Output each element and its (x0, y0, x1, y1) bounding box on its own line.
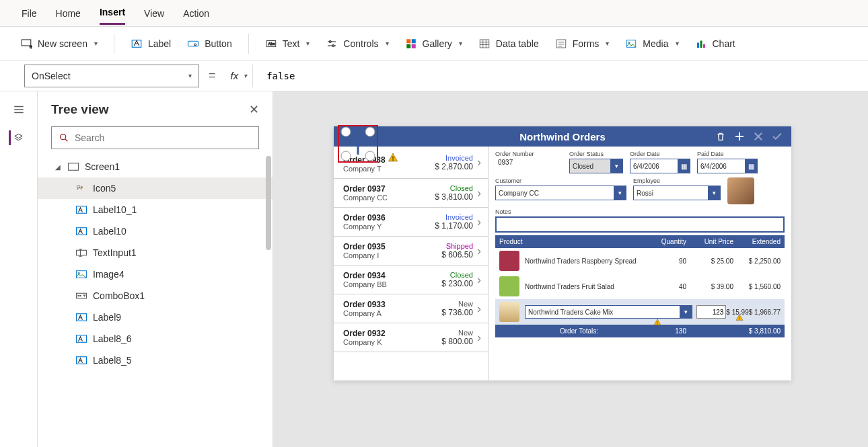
order-number-label: Order Number (495, 151, 563, 157)
svg-point-32 (61, 134, 66, 140)
formula-input[interactable] (262, 65, 848, 87)
label-icon (75, 205, 87, 214)
chart-button[interactable]: Chart (695, 38, 735, 50)
app-preview: Northwind Orders Order 0938 Company TInv… (334, 126, 791, 380)
svg-line-33 (65, 139, 67, 141)
svg-point-61 (392, 159, 394, 161)
chevron-right-icon: › (477, 215, 481, 229)
tree-item-combobox1[interactable]: ComboBox1 (38, 285, 273, 307)
fx-button[interactable]: fx▾ (225, 65, 254, 87)
tree-item-label: Image4 (93, 269, 124, 280)
tree-item-label10[interactable]: Label10 (38, 220, 273, 242)
order-company: Company CC (343, 194, 435, 202)
button-button[interactable]: Button (187, 38, 231, 50)
forms-icon (555, 38, 567, 50)
product-name: Northwind Traders Fruit Salad (525, 283, 646, 290)
menu-action[interactable]: Action (183, 3, 209, 24)
controls-icon (326, 38, 338, 50)
order-company: Company T (343, 165, 435, 173)
hamburger-icon[interactable] (11, 102, 26, 117)
chevron-right-icon: › (477, 244, 481, 258)
text-button[interactable]: Abc Text▾ (265, 38, 310, 50)
order-number-field[interactable]: 0937 (495, 159, 563, 173)
new-screen-button[interactable]: + New screen▾ (20, 38, 98, 50)
property-selector[interactable]: OnSelect ▾ (24, 65, 199, 87)
tree-item-textinput1[interactable]: TextInput1 (38, 242, 273, 263)
order-company: Company A (343, 309, 441, 317)
label-icon (75, 313, 87, 322)
label-icon (131, 38, 143, 50)
employee-select[interactable]: Rossi▾ (633, 186, 721, 200)
menu-home[interactable]: Home (56, 3, 81, 24)
svg-point-4 (194, 44, 196, 46)
customer-select[interactable]: Company CC▾ (495, 186, 626, 200)
order-date-field[interactable]: 6/4/2006▦ (630, 159, 690, 173)
tree-item-icon5[interactable]: Icon5 (38, 177, 273, 199)
media-button[interactable]: Media▾ (625, 38, 678, 50)
tree-item-label8_5[interactable]: Label8_5 (38, 350, 273, 371)
order-name: Order 0935 (343, 242, 441, 251)
media-icon (625, 38, 637, 50)
notes-input[interactable] (495, 216, 785, 233)
order-item[interactable]: Order 0936 Company YInvoiced$ 1,170.00› (334, 208, 488, 237)
datatable-button[interactable]: Data table (478, 38, 539, 50)
order-list[interactable]: Order 0938 Company TInvoiced$ 2,870.00›O… (334, 147, 489, 380)
svg-point-50 (341, 127, 351, 136)
product-row[interactable]: Northwind Traders Raspberry Spread90$ 25… (495, 248, 785, 274)
quantity-input[interactable] (696, 305, 726, 319)
order-company: Company BB (343, 280, 441, 288)
expand-icon[interactable]: ◢ (55, 163, 62, 171)
gallery-icon (405, 38, 417, 50)
product-combo[interactable]: Northwind Traders Cake Mix▾ (525, 305, 692, 319)
order-amount: $ 2,870.00 (435, 162, 473, 171)
forms-button[interactable]: Forms▾ (555, 38, 610, 50)
check-icon[interactable] (771, 130, 783, 143)
order-status-select[interactable]: Closed▾ (569, 159, 623, 173)
calendar-icon: ▦ (678, 159, 690, 173)
order-name: Order 0934 (343, 271, 441, 280)
menu-insert[interactable]: Insert (100, 1, 125, 25)
trash-icon[interactable] (715, 130, 727, 143)
svg-rect-15 (480, 40, 489, 48)
product-image (499, 251, 519, 271)
tree-item-label: TextInput1 (93, 247, 137, 258)
add-icon[interactable] (733, 130, 746, 143)
label-icon (75, 334, 87, 343)
layers-icon[interactable] (9, 130, 24, 145)
chevron-right-icon: › (477, 186, 481, 200)
menu-view[interactable]: View (144, 3, 164, 24)
order-item[interactable]: Order 0938 Company TInvoiced$ 2,870.00› (334, 147, 488, 179)
paid-date-field[interactable]: 6/4/2006▦ (697, 159, 758, 173)
product-name: Northwind Traders Raspberry Spread (525, 257, 646, 265)
warning-icon (735, 313, 744, 321)
order-item[interactable]: Order 0935 Company IShipped$ 606.50› (334, 237, 488, 266)
order-item[interactable]: Order 0937 Company CCClosed$ 3,810.00› (334, 179, 488, 208)
order-name: Order 0932 (343, 329, 441, 338)
product-row[interactable]: Northwind Traders Fruit Salad40$ 39.00$ … (495, 274, 785, 299)
cancel-icon[interactable] (752, 130, 764, 143)
order-item[interactable]: Order 0933 Company ANew$ 736.00› (334, 294, 488, 323)
order-item[interactable]: Order 0932 Company KNew$ 800.00› (334, 323, 488, 352)
scrollbar[interactable] (266, 156, 271, 250)
tree-search-input[interactable] (75, 132, 252, 143)
tree-search[interactable] (51, 126, 259, 149)
order-item[interactable]: Order 0934 Company BBClosed$ 230.00› (334, 266, 488, 294)
image-icon (75, 270, 87, 279)
chevron-down-icon: ▾ (188, 72, 192, 79)
tree-item-label8_6[interactable]: Label8_6 (38, 328, 273, 350)
chevron-down-icon: ▾ (306, 40, 310, 47)
tree-item-image4[interactable]: Image4 (38, 263, 273, 285)
app-header: Northwind Orders (334, 126, 791, 147)
employee-label: Employee (633, 177, 721, 184)
label-button[interactable]: Label (131, 38, 171, 50)
tree-item-label9[interactable]: Label9 (38, 307, 273, 328)
canvas[interactable]: Northwind Orders Order 0938 Company TInv… (273, 91, 868, 447)
gallery-button[interactable]: Gallery▾ (405, 38, 462, 50)
close-icon[interactable]: ✕ (249, 102, 259, 117)
tree-item-screen1[interactable]: ◢Screen1 (38, 156, 273, 177)
tree-item-label10_1[interactable]: Label10_1 (38, 199, 273, 220)
chevron-down-icon: ▾ (614, 186, 626, 200)
order-amount: $ 1,170.00 (435, 221, 473, 231)
controls-button[interactable]: Controls▾ (326, 38, 388, 50)
menu-file[interactable]: File (22, 3, 37, 24)
